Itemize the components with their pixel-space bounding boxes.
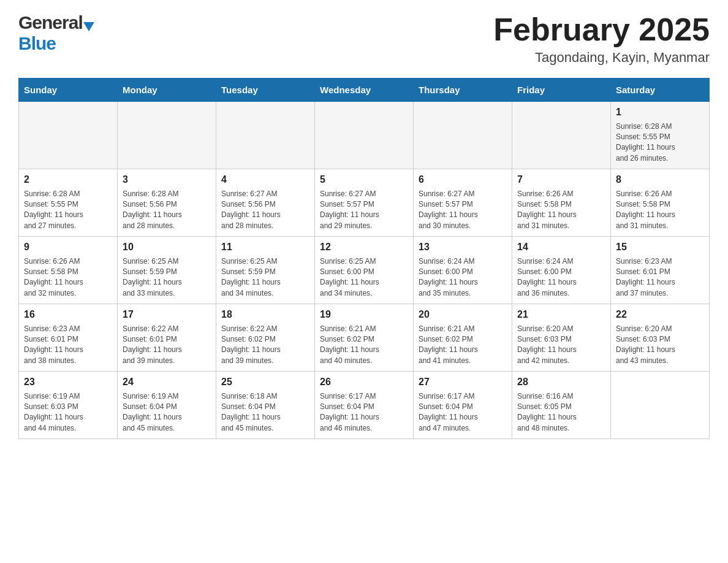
logo-general: General: [18, 12, 83, 33]
day-info: Sunrise: 6:27 AM Sunset: 5:57 PM Dayligh…: [419, 189, 507, 232]
day-number: 26: [320, 375, 408, 389]
calendar-cell: 26Sunrise: 6:17 AM Sunset: 6:04 PM Dayli…: [315, 372, 414, 439]
day-info: Sunrise: 6:24 AM Sunset: 6:00 PM Dayligh…: [419, 256, 507, 299]
day-number: 18: [221, 308, 309, 321]
day-info: Sunrise: 6:28 AM Sunset: 5:56 PM Dayligh…: [123, 189, 211, 232]
day-info: Sunrise: 6:20 AM Sunset: 6:03 PM Dayligh…: [517, 324, 605, 367]
calendar-cell: 13Sunrise: 6:24 AM Sunset: 6:00 PM Dayli…: [414, 237, 512, 304]
day-number: 28: [517, 375, 605, 389]
day-info: Sunrise: 6:23 AM Sunset: 6:01 PM Dayligh…: [616, 256, 704, 299]
day-number: 9: [24, 240, 112, 254]
day-info: Sunrise: 6:19 AM Sunset: 6:04 PM Dayligh…: [123, 391, 211, 434]
calendar-cell: [118, 102, 216, 169]
day-number: 17: [123, 308, 211, 321]
calendar-cell: 11Sunrise: 6:25 AM Sunset: 5:59 PM Dayli…: [216, 237, 315, 304]
calendar-subtitle: Tagondaing, Kayin, Myanmar: [493, 50, 710, 66]
day-number: 15: [616, 240, 704, 254]
day-info: Sunrise: 6:21 AM Sunset: 6:02 PM Dayligh…: [419, 324, 507, 367]
day-info: Sunrise: 6:28 AM Sunset: 5:55 PM Dayligh…: [24, 189, 112, 232]
day-info: Sunrise: 6:27 AM Sunset: 5:57 PM Dayligh…: [320, 189, 408, 232]
calendar-cell: 2Sunrise: 6:28 AM Sunset: 5:55 PM Daylig…: [19, 169, 118, 237]
day-info: Sunrise: 6:25 AM Sunset: 5:59 PM Dayligh…: [221, 256, 309, 299]
day-info: Sunrise: 6:26 AM Sunset: 5:58 PM Dayligh…: [24, 256, 112, 299]
calendar-cell: 19Sunrise: 6:21 AM Sunset: 6:02 PM Dayli…: [315, 304, 414, 372]
day-number: 2: [24, 173, 112, 186]
logo: General Blue: [18, 12, 94, 54]
calendar-cell: 7Sunrise: 6:26 AM Sunset: 5:58 PM Daylig…: [512, 169, 611, 237]
day-number: 6: [419, 173, 507, 186]
calendar-cell: 12Sunrise: 6:25 AM Sunset: 6:00 PM Dayli…: [315, 237, 414, 304]
calendar-week-5: 23Sunrise: 6:19 AM Sunset: 6:03 PM Dayli…: [19, 372, 710, 439]
day-number: 22: [616, 308, 704, 321]
calendar-cell: [216, 102, 315, 169]
calendar-cell: 8Sunrise: 6:26 AM Sunset: 5:58 PM Daylig…: [611, 169, 710, 237]
day-number: 13: [419, 240, 507, 254]
calendar-cell: 18Sunrise: 6:22 AM Sunset: 6:02 PM Dayli…: [216, 304, 315, 372]
day-number: 10: [123, 240, 211, 254]
day-info: Sunrise: 6:17 AM Sunset: 6:04 PM Dayligh…: [419, 391, 507, 434]
calendar-week-2: 2Sunrise: 6:28 AM Sunset: 5:55 PM Daylig…: [19, 169, 710, 237]
logo-blue: Blue: [18, 33, 56, 53]
day-info: Sunrise: 6:25 AM Sunset: 6:00 PM Dayligh…: [320, 256, 408, 299]
calendar-table: SundayMondayTuesdayWednesdayThursdayFrid…: [18, 78, 710, 439]
calendar-cell: 1Sunrise: 6:28 AM Sunset: 5:55 PM Daylig…: [611, 102, 710, 169]
calendar-cell: 22Sunrise: 6:20 AM Sunset: 6:03 PM Dayli…: [611, 304, 710, 372]
calendar-cell: 16Sunrise: 6:23 AM Sunset: 6:01 PM Dayli…: [19, 304, 118, 372]
day-number: 27: [419, 375, 507, 389]
calendar-cell: 3Sunrise: 6:28 AM Sunset: 5:56 PM Daylig…: [118, 169, 216, 237]
day-header-friday: Friday: [512, 79, 611, 102]
day-number: 7: [517, 173, 605, 186]
calendar-cell: 28Sunrise: 6:16 AM Sunset: 6:05 PM Dayli…: [512, 372, 611, 439]
day-number: 3: [123, 173, 211, 186]
calendar-cell: [414, 102, 512, 169]
calendar-week-4: 16Sunrise: 6:23 AM Sunset: 6:01 PM Dayli…: [19, 304, 710, 372]
calendar-cell: 6Sunrise: 6:27 AM Sunset: 5:57 PM Daylig…: [414, 169, 512, 237]
day-info: Sunrise: 6:28 AM Sunset: 5:55 PM Dayligh…: [616, 121, 704, 164]
day-info: Sunrise: 6:16 AM Sunset: 6:05 PM Dayligh…: [517, 391, 605, 434]
logo-arrow-icon: [83, 22, 94, 31]
day-header-saturday: Saturday: [611, 79, 710, 102]
day-header-monday: Monday: [118, 79, 216, 102]
day-number: 19: [320, 308, 408, 321]
calendar-cell: 24Sunrise: 6:19 AM Sunset: 6:04 PM Dayli…: [118, 372, 216, 439]
day-info: Sunrise: 6:22 AM Sunset: 6:01 PM Dayligh…: [123, 324, 211, 367]
day-info: Sunrise: 6:25 AM Sunset: 5:59 PM Dayligh…: [123, 256, 211, 299]
title-block: February 2025 Tagondaing, Kayin, Myanmar: [493, 12, 710, 66]
calendar-header-row: SundayMondayTuesdayWednesdayThursdayFrid…: [19, 79, 710, 102]
day-header-thursday: Thursday: [414, 79, 512, 102]
day-info: Sunrise: 6:23 AM Sunset: 6:01 PM Dayligh…: [24, 324, 112, 367]
calendar-cell: 25Sunrise: 6:18 AM Sunset: 6:04 PM Dayli…: [216, 372, 315, 439]
calendar-week-3: 9Sunrise: 6:26 AM Sunset: 5:58 PM Daylig…: [19, 237, 710, 304]
day-number: 8: [616, 173, 704, 186]
day-info: Sunrise: 6:21 AM Sunset: 6:02 PM Dayligh…: [320, 324, 408, 367]
day-info: Sunrise: 6:20 AM Sunset: 6:03 PM Dayligh…: [616, 324, 704, 367]
day-info: Sunrise: 6:19 AM Sunset: 6:03 PM Dayligh…: [24, 391, 112, 434]
day-info: Sunrise: 6:26 AM Sunset: 5:58 PM Dayligh…: [616, 189, 704, 232]
calendar-cell: [611, 372, 710, 439]
day-number: 5: [320, 173, 408, 186]
calendar-cell: 5Sunrise: 6:27 AM Sunset: 5:57 PM Daylig…: [315, 169, 414, 237]
calendar-cell: [315, 102, 414, 169]
day-number: 12: [320, 240, 408, 254]
day-info: Sunrise: 6:17 AM Sunset: 6:04 PM Dayligh…: [320, 391, 408, 434]
day-number: 23: [24, 375, 112, 389]
day-number: 14: [517, 240, 605, 254]
day-number: 21: [517, 308, 605, 321]
day-header-tuesday: Tuesday: [216, 79, 315, 102]
calendar-cell: 14Sunrise: 6:24 AM Sunset: 6:00 PM Dayli…: [512, 237, 611, 304]
day-info: Sunrise: 6:22 AM Sunset: 6:02 PM Dayligh…: [221, 324, 309, 367]
calendar-cell: [512, 102, 611, 169]
calendar-week-1: 1Sunrise: 6:28 AM Sunset: 5:55 PM Daylig…: [19, 102, 710, 169]
day-number: 1: [616, 105, 704, 119]
day-number: 4: [221, 173, 309, 186]
calendar-cell: 4Sunrise: 6:27 AM Sunset: 5:56 PM Daylig…: [216, 169, 315, 237]
day-number: 16: [24, 308, 112, 321]
day-number: 11: [221, 240, 309, 254]
calendar-cell: 10Sunrise: 6:25 AM Sunset: 5:59 PM Dayli…: [118, 237, 216, 304]
calendar-cell: [19, 102, 118, 169]
calendar-cell: 23Sunrise: 6:19 AM Sunset: 6:03 PM Dayli…: [19, 372, 118, 439]
calendar-cell: 21Sunrise: 6:20 AM Sunset: 6:03 PM Dayli…: [512, 304, 611, 372]
day-info: Sunrise: 6:18 AM Sunset: 6:04 PM Dayligh…: [221, 391, 309, 434]
calendar-cell: 15Sunrise: 6:23 AM Sunset: 6:01 PM Dayli…: [611, 237, 710, 304]
calendar-title: February 2025: [493, 12, 710, 47]
